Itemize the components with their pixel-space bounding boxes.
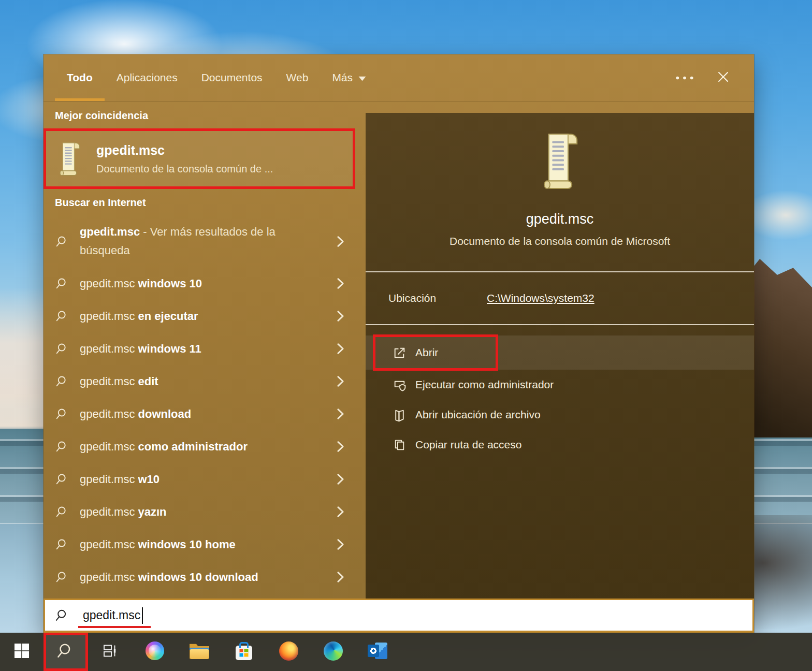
suggestion-item-4[interactable]: gpedit.msc windows 11 bbox=[44, 332, 355, 365]
tab-documentos[interactable]: Documentos bbox=[190, 54, 274, 101]
search-icon bbox=[55, 608, 69, 622]
search-bar: gpedit.msc bbox=[44, 599, 754, 633]
tab-label: Más bbox=[332, 71, 353, 84]
search-glyph-icon bbox=[56, 277, 69, 290]
suggestion-text: gpedit.msc en ejecutar bbox=[80, 307, 198, 326]
start-button[interactable] bbox=[0, 633, 44, 671]
outlook-button[interactable] bbox=[355, 633, 400, 671]
chevron-right-icon[interactable] bbox=[336, 342, 345, 356]
tab-label: Aplicaciones bbox=[117, 71, 178, 84]
suggestion-text: gpedit.msc w10 bbox=[80, 470, 160, 489]
search-filter-tabs: TodoAplicacionesDocumentosWebMás bbox=[55, 54, 378, 101]
windows-search-flyout: TodoAplicacionesDocumentosWebMás Mejor c… bbox=[44, 54, 754, 633]
suggestion-item-2[interactable]: gpedit.msc windows 10 bbox=[44, 267, 355, 300]
suggestion-item-11[interactable]: gpedit.msc windows 10 download bbox=[44, 561, 355, 593]
search-glyph-icon bbox=[56, 375, 69, 388]
edge-button[interactable] bbox=[311, 633, 355, 671]
file-explorer-icon bbox=[190, 643, 209, 661]
tab-label: Web bbox=[286, 71, 309, 84]
web-search-header: Buscar en Internet bbox=[44, 189, 355, 209]
action-ejecutar-como-administrador[interactable]: Ejecutar como administrador bbox=[366, 370, 754, 400]
run-as-admin-shield-icon bbox=[393, 378, 407, 392]
chevron-right-icon[interactable] bbox=[336, 374, 345, 388]
msc-scroll-document-icon bbox=[538, 132, 582, 191]
suggestion-text: gpedit.msc windows 11 bbox=[80, 340, 201, 358]
action-label: Abrir ubicación de archivo bbox=[415, 409, 541, 421]
suggestion-item-7[interactable]: gpedit.msc como administrador bbox=[44, 430, 355, 463]
action-label: Copiar ruta de acceso bbox=[415, 439, 521, 451]
tab-todo[interactable]: Todo bbox=[55, 54, 105, 101]
task-view-button[interactable] bbox=[88, 633, 133, 671]
chevron-right-icon[interactable] bbox=[336, 309, 345, 323]
firefox-icon bbox=[279, 641, 298, 663]
taskbar-search-red-annotation bbox=[44, 633, 88, 671]
best-match-item[interactable]: gpedit.msc Documento de la consola común… bbox=[44, 128, 355, 189]
copilot-button[interactable] bbox=[133, 633, 177, 671]
chevron-right-icon[interactable] bbox=[336, 570, 345, 584]
best-match-header: Mejor coincidencia bbox=[44, 101, 355, 122]
chevron-right-icon[interactable] bbox=[336, 472, 345, 486]
taskbar-search-button[interactable] bbox=[44, 633, 88, 671]
search-glyph-icon bbox=[56, 440, 69, 453]
suggestion-item-3[interactable]: gpedit.msc en ejecutar bbox=[44, 300, 355, 332]
suggestion-item-6[interactable]: gpedit.msc download bbox=[44, 398, 355, 430]
location-label: Ubicación bbox=[388, 292, 487, 304]
preview-title: gpedit.msc bbox=[366, 211, 754, 227]
search-input[interactable]: gpedit.msc bbox=[45, 600, 752, 631]
best-match-subtitle: Documento de la consola común de ... bbox=[96, 163, 273, 175]
outlook-icon bbox=[368, 643, 387, 661]
suggestion-item-5[interactable]: gpedit.msc edit bbox=[44, 365, 355, 398]
action-abrir[interactable]: Abrir bbox=[366, 336, 754, 370]
location-link[interactable]: C:\Windows\system32 bbox=[487, 292, 594, 304]
query-underline-red-annotation bbox=[78, 626, 151, 628]
more-options-button[interactable] bbox=[675, 73, 694, 82]
best-match-text: gpedit.msc Documento de la consola común… bbox=[96, 143, 273, 175]
search-glyph-icon bbox=[56, 407, 69, 420]
tab-aplicaciones[interactable]: Aplicaciones bbox=[105, 54, 190, 101]
suggestion-item-9[interactable]: gpedit.msc yazın bbox=[44, 495, 355, 528]
search-query-text: gpedit.msc bbox=[83, 608, 140, 622]
search-glyph-icon bbox=[56, 538, 69, 551]
tabbar-controls bbox=[675, 54, 754, 101]
chevron-right-icon[interactable] bbox=[336, 276, 345, 290]
suggestion-text: gpedit.msc windows 10 download bbox=[80, 568, 258, 587]
action-label: Ejecutar como administrador bbox=[415, 378, 554, 391]
suggestion-text: gpedit.msc edit bbox=[80, 372, 158, 391]
chevron-right-icon[interactable] bbox=[336, 505, 345, 519]
tab-label: Documentos bbox=[201, 71, 263, 84]
suggestion-text: gpedit.msc - Ver más resultados de la bú… bbox=[80, 223, 323, 259]
close-button[interactable] bbox=[716, 70, 730, 86]
suggestion-text: gpedit.msc como administrador bbox=[80, 437, 248, 456]
file-explorer-button[interactable] bbox=[177, 633, 222, 671]
chevron-right-icon[interactable] bbox=[336, 537, 345, 551]
firefox-button[interactable] bbox=[266, 633, 311, 671]
tab-mas[interactable]: Más bbox=[320, 54, 378, 101]
suggestion-text: gpedit.msc windows 10 bbox=[80, 274, 202, 293]
copilot-icon bbox=[146, 641, 164, 662]
search-glyph-icon bbox=[56, 235, 69, 248]
search-glyph-icon bbox=[56, 473, 69, 486]
divider bbox=[366, 324, 754, 325]
copy-icon bbox=[393, 438, 407, 452]
search-results-area: Mejor coincidencia gpedit.msc Documento … bbox=[44, 101, 754, 599]
suggestion-item-10[interactable]: gpedit.msc windows 10 home bbox=[44, 528, 355, 561]
results-column: Mejor coincidencia gpedit.msc Documento … bbox=[44, 101, 355, 599]
chevron-right-icon[interactable] bbox=[336, 407, 345, 421]
tab-web[interactable]: Web bbox=[274, 54, 321, 101]
search-glyph-icon bbox=[56, 342, 69, 355]
search-glyph-icon bbox=[56, 505, 69, 518]
open-file-location-folder-icon bbox=[393, 408, 407, 422]
chevron-right-icon[interactable] bbox=[336, 440, 345, 454]
suggestion-item-1[interactable]: gpedit.msc - Ver más resultados de la bú… bbox=[44, 215, 355, 267]
search-filter-tabbar: TodoAplicacionesDocumentosWebMás bbox=[44, 54, 754, 101]
action-abrir-ubicacion-de-archivo[interactable]: Abrir ubicación de archivo bbox=[366, 400, 754, 430]
msc-scroll-document-icon bbox=[56, 141, 83, 177]
text-cursor bbox=[142, 607, 143, 624]
suggestion-text: gpedit.msc windows 10 home bbox=[80, 535, 236, 554]
action-copiar-ruta-de-acceso[interactable]: Copiar ruta de acceso bbox=[366, 430, 754, 460]
microsoft-store-button[interactable] bbox=[222, 633, 266, 671]
chevron-down-icon bbox=[358, 76, 366, 81]
chevron-right-icon[interactable] bbox=[336, 235, 345, 249]
suggestion-item-8[interactable]: gpedit.msc w10 bbox=[44, 463, 355, 495]
taskbar bbox=[0, 633, 812, 671]
